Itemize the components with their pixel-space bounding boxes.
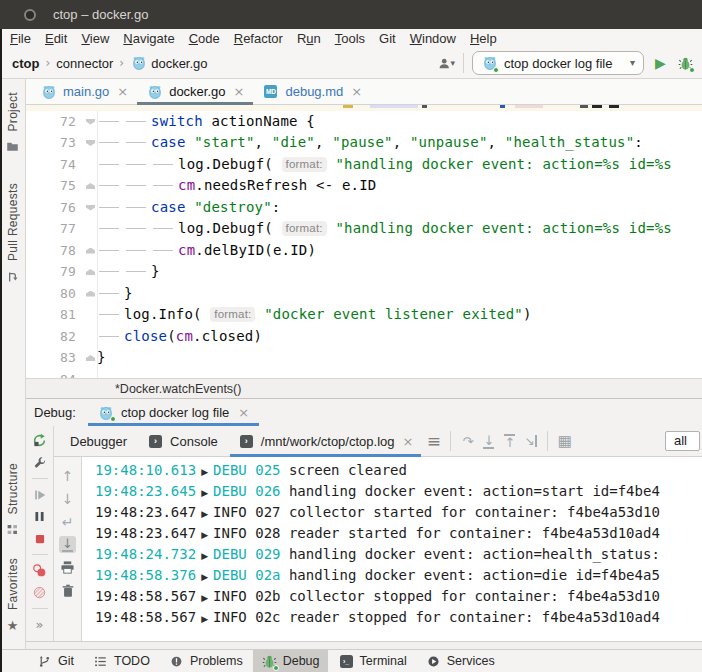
editor-tab-main.go[interactable]: main.go× bbox=[31, 79, 137, 104]
fold-gutter[interactable] bbox=[84, 175, 97, 197]
menu-edit[interactable]: Edit bbox=[38, 31, 74, 46]
method-breadcrumb[interactable]: *Docker.watchEvents() bbox=[115, 382, 241, 396]
debug-button[interactable] bbox=[677, 55, 694, 72]
breakpoints-icon[interactable] bbox=[31, 562, 48, 579]
trash-icon[interactable] bbox=[59, 582, 76, 599]
log-filter-select[interactable]: all bbox=[665, 431, 700, 451]
resume-icon[interactable] bbox=[31, 486, 48, 503]
editor-tab-docker.go[interactable]: docker.go× bbox=[137, 79, 253, 104]
close-icon[interactable]: × bbox=[234, 85, 245, 98]
jump-over-icon[interactable]: ↷ bbox=[459, 433, 476, 450]
menu-view[interactable]: View bbox=[74, 31, 116, 46]
window-menu-icon[interactable] bbox=[24, 9, 36, 21]
editor-tab-debug.md[interactable]: MDdebug.md× bbox=[253, 79, 371, 104]
close-icon[interactable]: × bbox=[117, 85, 128, 98]
fold-gutter[interactable] bbox=[84, 111, 97, 133]
down-to-bar-icon[interactable]: ↓ bbox=[480, 433, 497, 450]
breadcrumb-item-connector[interactable]: connector bbox=[56, 56, 113, 71]
run-config-icon bbox=[481, 55, 498, 72]
stripe-button-pull-requests[interactable]: Pull Requests bbox=[4, 183, 21, 285]
tab-label: docker.go bbox=[169, 84, 225, 99]
menu-navigate[interactable]: Navigate bbox=[116, 31, 181, 46]
statusbar-item-problems[interactable]: Problems bbox=[160, 650, 251, 672]
rerun-icon[interactable] bbox=[31, 432, 48, 449]
scroll-to-end-icon[interactable]: ↓ bbox=[59, 536, 76, 553]
debug-session-tab[interactable]: ctop docker log file × bbox=[88, 399, 259, 426]
breadcrumb-separator: › bbox=[45, 57, 50, 69]
statusbar-item-services[interactable]: Services bbox=[417, 650, 503, 672]
debug-tab-console[interactable]: ›Console bbox=[139, 426, 226, 456]
fold-marker-icon[interactable] bbox=[86, 248, 95, 254]
fold-gutter[interactable] bbox=[84, 283, 97, 305]
log-line-02b: 19:48:58.567▶INFO 02b collector stopped … bbox=[95, 586, 702, 607]
line-number: 75 bbox=[26, 175, 84, 197]
separator bbox=[32, 554, 48, 555]
code-line-80: 80} bbox=[26, 283, 702, 305]
editor-tab-bar: main.go×docker.go×MDdebug.md× bbox=[26, 79, 702, 105]
fold-gutter bbox=[84, 218, 97, 240]
close-icon[interactable]: × bbox=[402, 435, 413, 448]
menu-code[interactable]: Code bbox=[182, 31, 227, 46]
menu-tools[interactable]: Tools bbox=[328, 31, 372, 46]
fold-gutter bbox=[84, 304, 97, 326]
close-icon[interactable]: × bbox=[351, 85, 362, 98]
folder-icon bbox=[4, 138, 21, 155]
close-icon[interactable]: × bbox=[238, 406, 249, 419]
run-button[interactable]: ▶ bbox=[652, 55, 669, 72]
menu-window[interactable]: Window bbox=[403, 31, 463, 46]
breadcrumb-item-docker.go[interactable]: docker.go bbox=[130, 55, 207, 72]
soft-wrap-icon[interactable]: ↵ bbox=[59, 513, 76, 530]
menu-git[interactable]: Git bbox=[372, 31, 403, 46]
stripe-button-favorites[interactable]: Favorites★ bbox=[4, 558, 21, 634]
pause-icon[interactable] bbox=[31, 508, 48, 525]
fold-gutter[interactable] bbox=[84, 347, 97, 369]
menu-file[interactable]: File bbox=[3, 31, 38, 46]
fold-gutter[interactable] bbox=[84, 261, 97, 283]
fold-marker-icon[interactable] bbox=[86, 119, 95, 125]
log-output[interactable]: 19:48:10.613▶DEBU 025 screen cleared19:4… bbox=[82, 457, 702, 641]
fold-marker-icon[interactable] bbox=[86, 140, 95, 146]
services-icon bbox=[425, 653, 442, 670]
to-cursor-icon[interactable]: ↘ bbox=[522, 433, 539, 450]
log-line-026: 19:48:23.645▶DEBU 026 handling docker ev… bbox=[95, 481, 702, 502]
fold-gutter[interactable] bbox=[84, 197, 97, 219]
fold-marker-icon[interactable] bbox=[86, 355, 95, 361]
stripe-button-project[interactable]: Project bbox=[4, 92, 21, 155]
stripe-button-structure[interactable]: Structure bbox=[4, 463, 21, 538]
menu-icon[interactable]: ≡ bbox=[425, 433, 442, 450]
fold-marker-icon[interactable] bbox=[86, 183, 95, 189]
arrow-down-icon[interactable]: ↓ bbox=[59, 490, 76, 507]
menu-run[interactable]: Run bbox=[290, 31, 328, 46]
debug-tab-debugger[interactable]: Debugger bbox=[62, 426, 135, 456]
log-line-027: 19:48:23.647▶INFO 027 collector started … bbox=[95, 502, 702, 523]
fold-marker-icon[interactable] bbox=[86, 269, 95, 275]
statusbar-item-git[interactable]: Git bbox=[28, 650, 82, 672]
statusbar-item-todo[interactable]: TODO bbox=[84, 650, 158, 672]
menu-help[interactable]: Help bbox=[463, 31, 504, 46]
code-lines: 7172switch actionName {73case "start", "… bbox=[26, 105, 702, 378]
go-file-icon bbox=[130, 55, 147, 72]
fold-marker-icon[interactable] bbox=[86, 205, 95, 211]
more-icon[interactable]: » bbox=[31, 616, 48, 633]
code-editor[interactable]: 7172switch actionName {73case "start", "… bbox=[26, 105, 702, 378]
fold-gutter[interactable] bbox=[84, 132, 97, 154]
fold-marker-icon[interactable] bbox=[86, 291, 95, 297]
statusbar-item-terminal[interactable]: ›_Terminal bbox=[330, 650, 415, 672]
arrow-up-icon[interactable]: ↑ bbox=[59, 467, 76, 484]
mute-breakpoints-icon[interactable] bbox=[31, 584, 48, 601]
log-arrow-icon: ▶ bbox=[201, 572, 208, 582]
settings-icon[interactable] bbox=[31, 454, 48, 471]
up-from-bar-icon[interactable]: ↑ bbox=[501, 433, 518, 450]
fold-gutter[interactable] bbox=[84, 240, 97, 262]
stop-icon[interactable] bbox=[31, 530, 48, 547]
star-icon: ★ bbox=[4, 617, 21, 634]
debug-window-label: Debug: bbox=[34, 405, 76, 420]
debug-tab--mnt-work-ctop-ctop-log[interactable]: ›/mnt/work/ctop/ctop.log× bbox=[230, 426, 422, 456]
breadcrumb-item-ctop[interactable]: ctop bbox=[12, 56, 39, 71]
menu-refactor[interactable]: Refactor bbox=[227, 31, 290, 46]
user-profile-button[interactable]: ▾ bbox=[438, 55, 455, 72]
grid-icon[interactable]: ▦ bbox=[556, 433, 573, 450]
printer-icon[interactable] bbox=[59, 559, 76, 576]
run-configuration-select[interactable]: ctop docker log file ▾ bbox=[472, 51, 644, 75]
statusbar-item-debug[interactable]: Debug bbox=[253, 650, 328, 672]
